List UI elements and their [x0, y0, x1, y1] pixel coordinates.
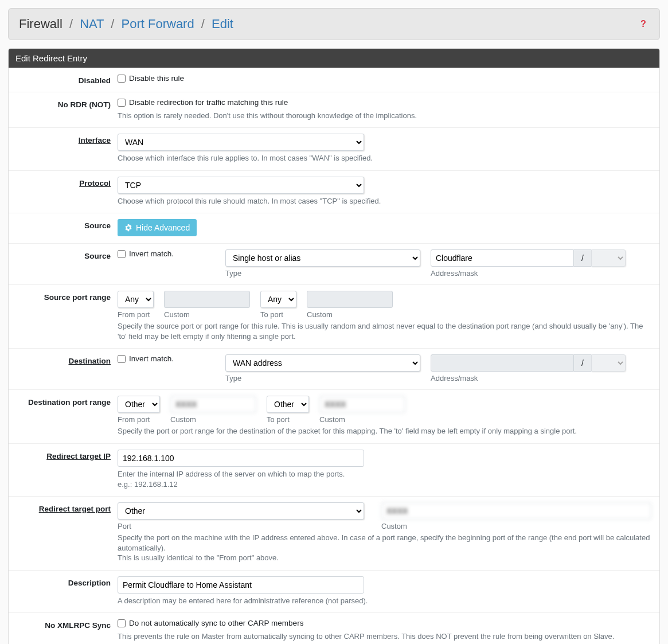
- label-source-btn: Source: [9, 219, 118, 230]
- dpr-custom2-input[interactable]: [319, 396, 405, 413]
- mask-separator: /: [574, 354, 591, 372]
- dpr-custom1-label: Custom: [170, 415, 256, 424]
- label-spr: Source port range: [9, 291, 118, 302]
- spr-to-select[interactable]: Any: [260, 291, 296, 308]
- dest-invert-input[interactable]: [118, 355, 126, 363]
- rtport-select[interactable]: Other: [118, 502, 364, 520]
- label-source: Source: [9, 249, 118, 260]
- source-invert-input[interactable]: [118, 250, 126, 258]
- interface-select[interactable]: WAN: [118, 134, 364, 151]
- nordr-input[interactable]: [118, 99, 126, 107]
- breadcrumb: Firewall / NAT / Port Forward / Edit: [19, 17, 638, 32]
- spr-custom2-label: Custom: [307, 310, 393, 319]
- label-rtport: Redirect target port: [39, 505, 111, 513]
- protocol-help: Choose which protocol this rule should m…: [118, 196, 651, 206]
- rtport-custom-label: Custom: [381, 522, 651, 530]
- label-disabled: Disabled: [9, 74, 118, 85]
- rtport-port-label: Port: [118, 522, 364, 530]
- description-help: A description may be entered here for ad…: [118, 596, 651, 606]
- rtport-custom-input[interactable]: [381, 502, 651, 520]
- source-invert-checkbox[interactable]: Invert match.: [118, 249, 174, 258]
- page-header: Firewall / NAT / Port Forward / Edit ?: [8, 8, 660, 40]
- dest-addr-label: Address/mask: [431, 374, 626, 383]
- noxml-input[interactable]: [118, 619, 126, 627]
- label-interface: Interface: [79, 136, 111, 145]
- label-destination: Destination: [68, 357, 111, 365]
- dpr-from-label: From port: [118, 415, 160, 424]
- dpr-from-select[interactable]: Other: [118, 396, 160, 413]
- dest-invert-text: Invert match.: [129, 354, 174, 363]
- nordr-help: This option is rarely needed. Don't use …: [118, 111, 651, 121]
- spr-custom1-label: Custom: [164, 310, 250, 319]
- source-invert-text: Invert match.: [129, 249, 174, 258]
- source-address-input[interactable]: [431, 249, 574, 267]
- breadcrumb-sep: /: [198, 17, 208, 31]
- crumb-edit[interactable]: Edit: [212, 17, 233, 31]
- hide-advanced-button[interactable]: Hide Advanced: [118, 219, 197, 236]
- spr-custom2-input: [307, 291, 393, 308]
- crumb-port-forward[interactable]: Port Forward: [122, 17, 194, 31]
- crumb-firewall: Firewall: [19, 17, 62, 31]
- dpr-custom1-input[interactable]: [170, 396, 256, 413]
- breadcrumb-sep: /: [107, 17, 118, 31]
- label-rtip: Redirect target IP: [46, 452, 111, 460]
- disable-rule-input[interactable]: [118, 75, 126, 83]
- noxml-checkbox[interactable]: Do not automatically sync to other CARP …: [118, 619, 303, 627]
- rtport-help2: This is usually identical to the "From p…: [118, 553, 651, 563]
- spr-from-select[interactable]: Any: [118, 291, 154, 308]
- source-mask-select: [591, 249, 626, 267]
- nordr-checkbox[interactable]: Disable redirection for traffic matching…: [118, 98, 288, 107]
- dpr-custom2-label: Custom: [319, 415, 405, 424]
- hide-advanced-label: Hide Advanced: [136, 223, 190, 233]
- rtport-help1: Specify the port on the machine with the…: [118, 533, 651, 553]
- noxml-text: Do not automatically sync to other CARP …: [129, 619, 303, 627]
- noxml-help: This prevents the rule on Master from au…: [118, 631, 651, 642]
- dpr-to-label: To port: [267, 415, 309, 424]
- dest-type-select[interactable]: WAN address: [225, 354, 420, 372]
- label-protocol: Protocol: [79, 179, 111, 188]
- redirect-target-ip-input[interactable]: [118, 450, 364, 467]
- rtip-help2: e.g.: 192.168.1.12: [118, 479, 651, 490]
- protocol-select[interactable]: TCP: [118, 177, 364, 194]
- dest-type-label: Type: [225, 374, 420, 383]
- spr-to-label: To port: [260, 310, 296, 319]
- disable-rule-text: Disable this rule: [129, 74, 184, 83]
- nordr-text: Disable redirection for traffic matching…: [129, 98, 288, 107]
- source-type-label: Type: [225, 269, 420, 278]
- source-type-select[interactable]: Single host or alias: [225, 249, 420, 267]
- gear-icon: [124, 224, 132, 232]
- dest-address-input: [431, 354, 574, 372]
- spr-help: Specify the source port or port range fo…: [118, 321, 651, 341]
- label-description: Description: [9, 576, 118, 587]
- spr-from-label: From port: [118, 310, 154, 319]
- edit-redirect-panel: Edit Redirect Entry Disabled Disable thi…: [8, 48, 660, 644]
- crumb-nat[interactable]: NAT: [80, 17, 104, 31]
- label-dpr: Destination port range: [9, 396, 118, 407]
- help-icon[interactable]: ?: [638, 19, 649, 29]
- panel-title: Edit Redirect Entry: [9, 49, 659, 68]
- spr-custom1-input: [164, 291, 250, 308]
- rtip-help1: Enter the internal IP address of the ser…: [118, 469, 651, 479]
- description-input[interactable]: [118, 576, 364, 594]
- dest-mask-select: [591, 354, 626, 372]
- interface-help: Choose which interface this rule applies…: [118, 153, 651, 163]
- breadcrumb-sep: /: [66, 17, 76, 31]
- disable-rule-checkbox[interactable]: Disable this rule: [118, 74, 184, 83]
- mask-separator: /: [574, 249, 591, 267]
- label-noxml: No XMLRPC Sync: [9, 619, 118, 630]
- label-nordr: No RDR (NOT): [9, 98, 118, 109]
- dest-invert-checkbox[interactable]: Invert match.: [118, 354, 174, 363]
- dpr-to-select[interactable]: Other: [267, 396, 309, 413]
- dpr-help: Specify the port or port range for the d…: [118, 426, 651, 436]
- source-addr-label: Address/mask: [431, 269, 626, 278]
